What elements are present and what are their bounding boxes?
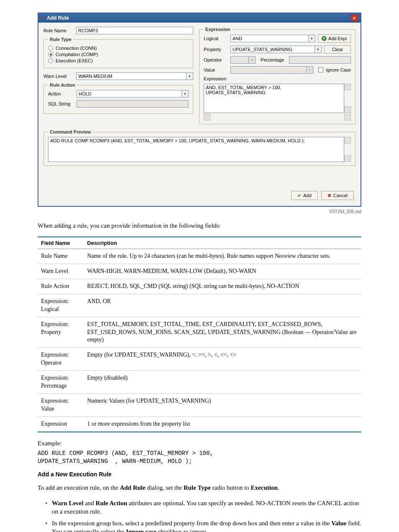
property-select[interactable]: UPDATE_STATS_WARNING bbox=[230, 46, 315, 53]
logical-label: Logical bbox=[204, 36, 228, 41]
ignore-case-label: Ignore Case bbox=[326, 67, 351, 72]
radio-icon bbox=[48, 52, 53, 57]
scroll-left-icon[interactable] bbox=[204, 114, 210, 121]
table-row: Rule NameName of the rule. Up to 24 char… bbox=[38, 249, 361, 264]
property-label: Property bbox=[204, 47, 228, 52]
table-cell: Empty (for UPDATE_STATS_WARNING), =. >=,… bbox=[84, 348, 361, 371]
table-row: Expression: PropertyEST_TOTAL_MEMORY, ES… bbox=[38, 317, 361, 348]
check-icon: ✔ bbox=[297, 193, 301, 198]
table-cell: REJECT, HOLD, SQL_CMD (SQL string) (SQL … bbox=[84, 279, 361, 294]
table-cell: Rule Name bbox=[38, 249, 84, 264]
rule-name-input[interactable] bbox=[76, 27, 193, 34]
cancel-button[interactable]: ✖ Cancel bbox=[321, 191, 354, 200]
rule-name-label: Rule Name bbox=[43, 28, 72, 33]
table-header: Description bbox=[84, 237, 361, 249]
percentage-label: Percentage bbox=[261, 57, 286, 62]
radio-icon bbox=[48, 58, 53, 63]
action-select[interactable]: HOLD bbox=[77, 90, 182, 98]
add-rule-dialog: ✕ Add Rule × Rule Name Rule Type Connect… bbox=[38, 13, 361, 207]
chevron-down-icon: ▾ bbox=[307, 66, 313, 74]
table-header: Field Name bbox=[38, 237, 84, 249]
table-cell: EST_TOTAL_MEMORY, EST_TOTAL_TIME, EST_CA… bbox=[84, 317, 361, 348]
ignore-case-checkbox[interactable] bbox=[318, 67, 323, 72]
table-cell: Expression: Property bbox=[38, 317, 84, 348]
table-row: Expression: ValueNumeric Values (for UPD… bbox=[38, 393, 361, 416]
rule-type-fieldset: Rule Type Connection (CONN) Compilation … bbox=[43, 37, 193, 68]
sql-string-label: SQL String bbox=[48, 101, 72, 106]
add-button[interactable]: ✔ Add bbox=[291, 191, 318, 200]
x-icon: ✖ bbox=[327, 193, 331, 198]
fields-table: Field Name Description Rule NameName of … bbox=[38, 236, 361, 432]
scroll-down-icon[interactable] bbox=[344, 155, 351, 162]
table-row: Expression: PercentageEmpty (disabled) bbox=[38, 371, 361, 394]
table-cell: Expression: Percentage bbox=[38, 371, 84, 394]
chevron-down-icon[interactable]: ▾ bbox=[315, 46, 322, 53]
add-expr-button[interactable]: + Add Expr bbox=[318, 34, 351, 43]
scroll-up-icon[interactable] bbox=[344, 84, 351, 90]
rule-type-legend: Rule Type bbox=[48, 37, 73, 42]
expression-box-label: Expression bbox=[204, 76, 228, 81]
chevron-down-icon[interactable]: ▾ bbox=[187, 72, 193, 80]
scroll-down-icon[interactable] bbox=[344, 106, 351, 113]
table-cell: Name of the rule. Up to 24 characters (c… bbox=[84, 249, 361, 264]
warn-level-select[interactable]: WARN-MEDIUM bbox=[76, 72, 187, 80]
table-cell: Expression: Value bbox=[38, 393, 84, 416]
rule-action-fieldset: Rule Action Action HOLD ▾ SQL String bbox=[43, 82, 193, 114]
table-row: Expression1 or more expressions from the… bbox=[38, 416, 361, 432]
example-label: Example: bbox=[38, 440, 361, 447]
table-row: Expression: OperatorEmpty (for UPDATE_ST… bbox=[38, 348, 361, 371]
logical-select[interactable]: AND bbox=[230, 35, 309, 42]
command-preview-text: ADD RULE COMP RCOMP3 (AND, EST_TOTAL_MEM… bbox=[48, 137, 344, 162]
scroll-up-icon[interactable] bbox=[344, 137, 351, 144]
radio-execution[interactable]: Execution (EXEC) bbox=[48, 58, 189, 63]
scroll-right-icon[interactable] bbox=[344, 114, 351, 121]
chevron-down-icon[interactable]: ▾ bbox=[309, 35, 315, 42]
title-text: ✕ Add Rule bbox=[41, 15, 69, 21]
table-cell: 1 or more expressions from the property … bbox=[84, 416, 361, 432]
intro-text: When adding a rule, you can provide info… bbox=[38, 221, 361, 230]
chevron-down-icon: ▾ bbox=[249, 56, 256, 64]
list-item: Warn Level and Rule Action attributes ar… bbox=[45, 499, 361, 516]
radio-icon bbox=[48, 46, 53, 51]
table-cell: Expression: Operator bbox=[38, 348, 84, 371]
sql-string-input bbox=[77, 100, 189, 108]
operator-label: Operator bbox=[204, 57, 228, 62]
table-cell: AND, OR bbox=[84, 294, 361, 317]
expression-textarea[interactable]: AND, EST_TOTAL_MEMORY > 100, UPDATE_STAT… bbox=[204, 84, 344, 113]
table-cell: Empty (disabled) bbox=[84, 371, 361, 394]
operator-select bbox=[230, 56, 249, 64]
value-label: Value bbox=[204, 67, 228, 72]
bullet-list: Warn Level and Rule Action attributes ar… bbox=[38, 499, 361, 532]
table-cell: Rule Action bbox=[38, 279, 84, 294]
example-code: ADD RULE COMP RCOMP3 (AND, EST_TOTAL_MEM… bbox=[38, 450, 361, 465]
section-paragraph: To add an execution rule, on the Add Rul… bbox=[38, 483, 361, 492]
app-icon: ✕ bbox=[41, 15, 45, 21]
chevron-down-icon[interactable]: ▾ bbox=[182, 90, 189, 98]
table-row: Rule ActionREJECT, HOLD, SQL_CMD (SQL st… bbox=[38, 279, 361, 294]
close-icon[interactable]: × bbox=[350, 15, 358, 21]
list-item: In the expression group box, select a pr… bbox=[45, 519, 361, 532]
table-cell: Expression: Logical bbox=[38, 294, 84, 317]
command-preview-legend: Command Preview bbox=[48, 129, 92, 134]
section-heading: Add a New Execution Rule bbox=[38, 471, 361, 478]
clear-button[interactable]: Clear bbox=[324, 45, 351, 54]
value-select bbox=[230, 66, 307, 74]
titlebar: ✕ Add Rule × bbox=[38, 13, 361, 23]
expression-fieldset: Expression Logical AND ▾ + Add Expr bbox=[199, 27, 356, 124]
command-preview-fieldset: Command Preview ADD RULE COMP RCOMP3 (AN… bbox=[43, 129, 356, 166]
table-cell: Warn Level bbox=[38, 264, 84, 279]
warn-level-label: Warn Level bbox=[43, 74, 72, 79]
radio-connection[interactable]: Connection (CONN) bbox=[48, 46, 189, 51]
table-row: Expression: LogicalAND, OR bbox=[38, 294, 361, 317]
radio-compilation[interactable]: Compilation (COMP) bbox=[48, 52, 189, 57]
table-cell: WARN-HIGH, WARN-MEDIUM, WARN-LOW (Defaul… bbox=[84, 264, 361, 279]
action-label: Action bbox=[48, 91, 72, 96]
expression-legend: Expression bbox=[204, 27, 232, 32]
plus-icon: + bbox=[322, 36, 327, 41]
table-cell: Numeric Values (for UPDATE_STATS_WARNING… bbox=[84, 393, 361, 416]
visd-label: VST293_026.vsd bbox=[38, 209, 361, 214]
table-row: Warn LevelWARN-HIGH, WARN-MEDIUM, WARN-L… bbox=[38, 264, 361, 279]
rule-action-legend: Rule Action bbox=[48, 82, 77, 87]
table-cell: Expression bbox=[38, 416, 84, 432]
percentage-input bbox=[289, 56, 351, 64]
